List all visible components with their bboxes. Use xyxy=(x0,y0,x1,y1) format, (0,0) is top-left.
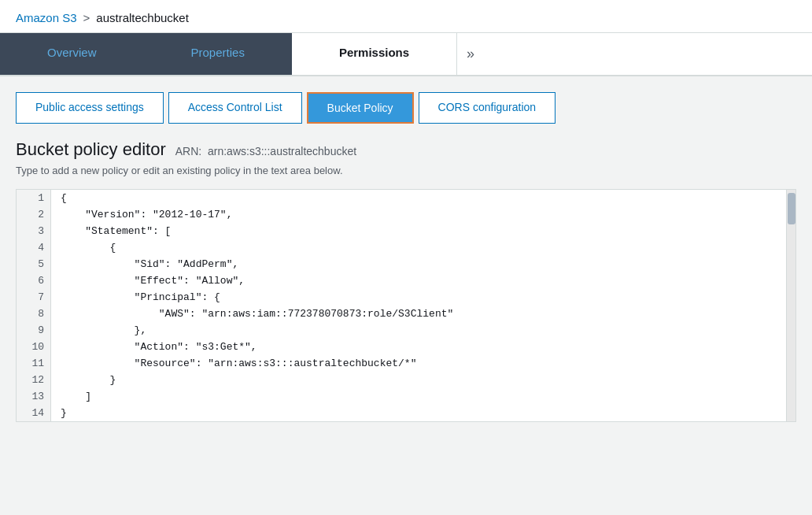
subtab-cors[interactable]: CORS configuration xyxy=(419,92,556,124)
subtabs-row: Public access settings Access Control Li… xyxy=(0,76,812,124)
line-numbers: 1234567891011121314 xyxy=(17,190,51,421)
code-line: "AWS": "arn:aws:iam::772378070873:role/S… xyxy=(61,306,786,322)
arn-value: arn:aws:s3:::australtechbucket xyxy=(208,145,356,157)
line-number: 3 xyxy=(17,223,50,239)
code-line: "Statement": [ xyxy=(61,223,786,239)
breadcrumb-separator: > xyxy=(83,11,90,24)
line-number: 6 xyxy=(17,272,50,289)
editor-title: Bucket policy editor xyxy=(16,139,166,160)
line-number: 5 xyxy=(17,256,50,272)
arn-prefix: ARN: xyxy=(175,145,201,157)
main-content: Bucket policy editor ARN: arn:aws:s3:::a… xyxy=(0,124,812,438)
code-line: "Principal": { xyxy=(61,289,786,306)
code-area[interactable]: { "Version": "2012-10-17", "Statement": … xyxy=(51,190,786,421)
code-line: "Action": "s3:Get*", xyxy=(61,339,786,355)
line-number: 9 xyxy=(17,322,50,339)
line-number: 7 xyxy=(17,289,50,306)
code-line: "Resource": "arn:aws:s3:::australtechbuc… xyxy=(61,355,786,372)
breadcrumb: Amazon S3 > australtechbucket xyxy=(0,0,812,33)
line-number: 11 xyxy=(17,355,50,372)
code-editor[interactable]: 1234567891011121314 { "Version": "2012-1… xyxy=(16,189,796,422)
line-number: 1 xyxy=(17,190,50,206)
scrollbar[interactable] xyxy=(786,190,795,421)
tab-more[interactable]: » xyxy=(456,33,484,75)
code-line: } xyxy=(61,372,786,388)
tabs-row: Overview Properties Permissions » xyxy=(0,33,812,76)
code-line: "Effect": "Allow", xyxy=(61,272,786,289)
code-line: "Version": "2012-10-17", xyxy=(61,206,786,223)
subtab-acl[interactable]: Access Control List xyxy=(168,92,302,124)
editor-header: Bucket policy editor ARN: arn:aws:s3:::a… xyxy=(16,139,796,160)
subtab-bucket-policy[interactable]: Bucket Policy xyxy=(307,92,414,124)
line-number: 4 xyxy=(17,239,50,256)
tab-properties[interactable]: Properties xyxy=(144,33,292,75)
code-line: }, xyxy=(61,322,786,339)
line-number: 12 xyxy=(17,372,50,388)
code-line: } xyxy=(61,405,786,421)
breadcrumb-s3-link[interactable]: Amazon S3 xyxy=(16,11,77,24)
line-number: 2 xyxy=(17,206,50,223)
line-number: 13 xyxy=(17,388,50,405)
editor-arn: ARN: arn:aws:s3:::australtechbucket xyxy=(175,145,356,157)
tab-overview[interactable]: Overview xyxy=(0,33,144,75)
scrollbar-thumb[interactable] xyxy=(788,193,795,224)
subtab-public-access[interactable]: Public access settings xyxy=(16,92,164,124)
code-line: { xyxy=(61,239,786,256)
line-number: 10 xyxy=(17,339,50,355)
line-number: 8 xyxy=(17,306,50,322)
editor-description: Type to add a new policy or edit an exis… xyxy=(16,165,796,176)
line-number: 14 xyxy=(17,405,50,421)
code-line: { xyxy=(61,190,786,206)
tab-permissions[interactable]: Permissions xyxy=(292,33,456,75)
code-line: ] xyxy=(61,388,786,405)
code-line: "Sid": "AddPerm", xyxy=(61,256,786,272)
breadcrumb-current: australtechbucket xyxy=(96,11,189,24)
